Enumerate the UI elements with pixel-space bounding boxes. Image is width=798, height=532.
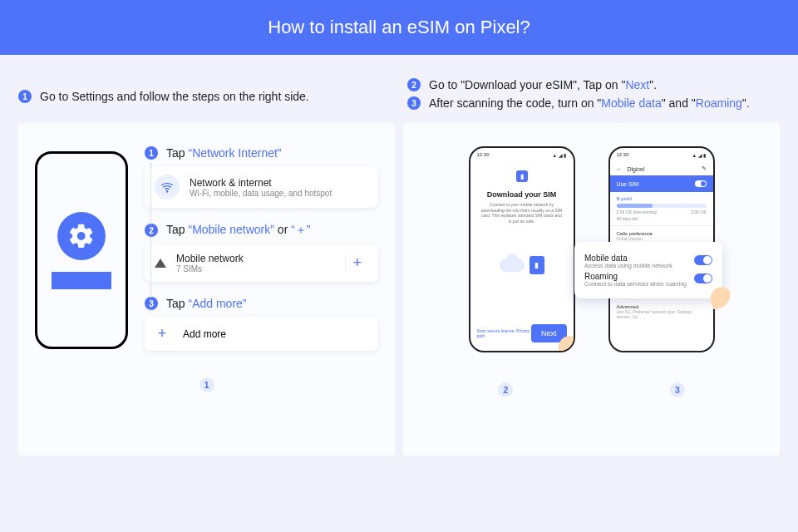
panel-right: 12:30 ▲ ◢ ▮ ▮ Download your SIM Connect …	[403, 123, 780, 456]
card-title: Network & internet	[190, 177, 332, 189]
status-bar: 12:30 ▲ ◢ ▮	[610, 148, 713, 162]
download-sim-subtitle: Connect to your mobile network by downlo…	[477, 202, 567, 224]
step-number-1: 1	[18, 90, 32, 103]
panels-row: Settings 1 Tap “Network Internet”	[0, 123, 798, 456]
mobile-network-card[interactable]: Mobile network 7 SIMs +	[145, 244, 378, 282]
instruction-3-text: After scanning the code, turn on "Mobile…	[429, 96, 750, 110]
status-icons: ▲ ◢ ▮	[692, 152, 706, 158]
instruction-row: 1 Go to Settings and follow the steps on…	[0, 55, 798, 123]
panel-badge-3: 3	[670, 382, 685, 397]
substep-number-2: 2	[145, 224, 158, 237]
instruction-2-text: Go to "Download your eSIM", Tap on "Next…	[429, 78, 657, 91]
cloud-icon	[500, 259, 525, 272]
instruction-left: 1 Go to Settings and follow the steps on…	[18, 73, 391, 115]
panel-left: Settings 1 Tap “Network Internet”	[18, 123, 395, 456]
roaming-toggle[interactable]	[694, 273, 712, 283]
status-bar: 12:30 ▲ ◢ ▮	[470, 148, 574, 162]
panel-badge-2: 2	[498, 382, 513, 397]
roaming-row[interactable]: Roaming Connect to data services when ro…	[584, 272, 712, 287]
signal-icon	[155, 259, 166, 268]
settings-phone-illustration: Settings	[35, 151, 128, 349]
settings-label: Settings	[52, 272, 111, 289]
card-subtitle: Wi-Fi, mobile, data usage, and hotspot	[190, 189, 332, 198]
network-internet-card[interactable]: Network & internet Wi-Fi, mobile, data u…	[145, 166, 378, 208]
sim-icon: ▮	[516, 170, 528, 182]
edit-icon[interactable]: ✎	[702, 165, 707, 172]
step-number-3: 3	[407, 96, 421, 110]
card-title: Mobile network	[176, 253, 244, 264]
card-title: Add more	[183, 328, 226, 340]
use-sim-toggle[interactable]	[695, 180, 707, 187]
substep-number-1: 1	[145, 146, 158, 160]
highlight-next: Next	[625, 78, 649, 91]
wifi-icon	[155, 175, 180, 200]
highlight-mobile-data: Mobile data	[601, 96, 661, 110]
plus-icon: +	[155, 325, 170, 342]
download-sim-title: Download your SIM	[477, 190, 567, 199]
substep-2: 2 Tap “Mobile network” or “＋” Mobile net…	[145, 223, 378, 282]
plus-icon[interactable]: +	[345, 254, 368, 272]
mobile-data-toggle[interactable]	[694, 255, 712, 265]
card-subtitle: 7 SIMs	[176, 264, 244, 273]
add-more-card[interactable]: + Add more	[145, 317, 378, 351]
substep-1: 1 Tap “Network Internet” Network & inter…	[145, 146, 378, 208]
mobile-data-callout: Mobile data Access data using mobile net…	[574, 242, 722, 298]
advanced-row[interactable]: Advanced Use 5G, Preferred network type,…	[610, 299, 713, 324]
ps-label: B.ps4d	[617, 196, 707, 201]
status-icons: ▲ ◢ ▮	[552, 152, 566, 158]
back-arrow-icon[interactable]: ←	[617, 166, 623, 172]
privacy-link[interactable]: Scan secure license. Privacy path	[477, 328, 531, 338]
carrier-label: Digicel	[628, 166, 645, 172]
usage-bar	[617, 204, 707, 208]
page-title-banner: How to install an eSIM on Pixel?	[0, 0, 798, 55]
substep-3: 3 Tap “Add more” + Add more	[145, 297, 378, 351]
cloud-illustration: ▮	[477, 240, 567, 290]
mobile-data-row[interactable]: Mobile data Access data using mobile net…	[584, 254, 712, 268]
phone-download-sim: 12:30 ▲ ◢ ▮ ▮ Download your SIM Connect …	[469, 146, 575, 352]
page-title: How to install an eSIM on Pixel?	[268, 17, 530, 38]
instruction-1-text: Go to Settings and follow the steps on t…	[40, 90, 309, 103]
gear-icon	[57, 212, 106, 260]
document-icon: ▮	[530, 256, 544, 274]
dotted-connector	[150, 163, 151, 313]
instruction-right: 2 Go to "Download your eSIM", Tap on "Ne…	[407, 73, 780, 115]
highlight-roaming: Roaming	[696, 96, 742, 110]
substep-number-3: 3	[145, 297, 158, 310]
panel-badge-1: 1	[200, 377, 214, 392]
use-sim-row[interactable]: Use SIM	[610, 175, 713, 192]
steps-column: 1 Tap “Network Internet” Network & inter…	[145, 146, 378, 351]
step-number-2: 2	[407, 78, 421, 91]
svg-point-0	[166, 191, 167, 192]
